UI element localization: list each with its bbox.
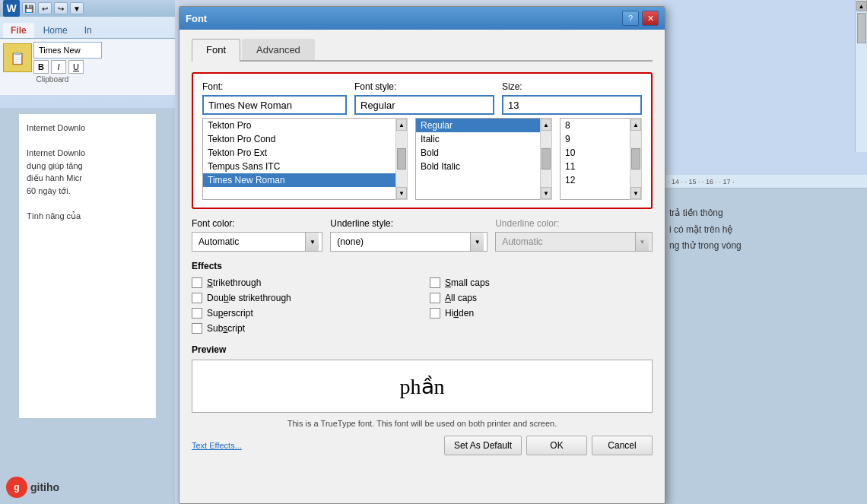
font-list-container: Tekton Pro Tekton Pro Cond Tekton Pro Ex… xyxy=(202,118,408,200)
close-button[interactable]: ✕ xyxy=(642,11,659,26)
size-scroll-thumb[interactable] xyxy=(631,148,640,170)
style-input[interactable] xyxy=(354,95,494,115)
word-ribbon: File Home In 📋 Times New B I U Clipboard xyxy=(0,17,175,108)
font-list[interactable]: Tekton Pro Tekton Pro Cond Tekton Pro Ex… xyxy=(202,118,408,200)
font-list-scrollbar[interactable]: ▲ ▼ xyxy=(395,118,408,200)
doc-line-1: Internet Downlo xyxy=(27,122,148,135)
superscript-checkbox[interactable]: Superscript xyxy=(192,308,414,319)
font-display[interactable]: Times New xyxy=(33,42,102,59)
style-scroll-thumb[interactable] xyxy=(541,148,551,170)
list-item[interactable]: Tekton Pro Cond xyxy=(203,132,407,146)
strikethrough-checkbox-box[interactable] xyxy=(192,277,202,288)
double-strikethrough-checkbox-box[interactable] xyxy=(192,293,202,303)
scroll-up-arrow[interactable]: ▲ xyxy=(856,1,867,11)
scroll-up-icon[interactable]: ▲ xyxy=(396,119,407,131)
strikethrough-label: Strikethrough xyxy=(207,277,261,288)
subscript-checkbox-box[interactable] xyxy=(192,323,202,334)
strikethrough-checkbox[interactable]: Strikethrough xyxy=(192,277,414,288)
doc-page: Internet Downlo Internet Downlo dụng giú… xyxy=(19,114,156,418)
bold-button[interactable]: B xyxy=(33,60,49,74)
right-scrollbar[interactable]: ▲ xyxy=(855,0,867,152)
right-line-2: i có mặt trên hệ xyxy=(669,222,859,239)
underline-button[interactable]: U xyxy=(68,60,84,74)
preview-text: phần xyxy=(400,374,445,399)
tab-insert[interactable]: In xyxy=(77,23,100,38)
style-scroll-down-icon[interactable]: ▼ xyxy=(541,187,551,199)
small-caps-checkbox[interactable]: Small caps xyxy=(430,277,653,288)
style-item-bold-italic[interactable]: Bold Italic xyxy=(416,160,551,173)
list-item-selected[interactable]: Times New Roman xyxy=(203,173,407,187)
dialog-controls: ? ✕ xyxy=(622,11,659,26)
style-list-scrollbar[interactable]: ▲ ▼ xyxy=(540,118,552,200)
size-list-scrollbar[interactable]: ▲ ▼ xyxy=(630,118,642,200)
scroll-thumb[interactable] xyxy=(397,148,406,170)
hidden-checkbox[interactable]: Hidden xyxy=(430,308,653,319)
paste-button[interactable]: 📋 xyxy=(3,43,32,72)
redo-button[interactable]: ↪ xyxy=(54,2,68,14)
red-highlight-section: Font: Font style: Size: Tekton Pro xyxy=(192,72,653,209)
lists-row: Tekton Pro Tekton Pro Cond Tekton Pro Ex… xyxy=(202,118,642,200)
cancel-button[interactable]: Cancel xyxy=(592,436,653,455)
font-dialog: Font ? ✕ Font Advanced Font: Font style: xyxy=(179,6,665,504)
list-item[interactable]: Tempus Sans ITC xyxy=(203,160,407,173)
all-caps-checkbox[interactable]: All caps xyxy=(430,293,653,303)
underline-color-label: Underline color: xyxy=(495,218,653,229)
preview-note: This is a TrueType font. This font will … xyxy=(192,419,653,428)
superscript-checkbox-box[interactable] xyxy=(192,308,202,319)
text-effects-link[interactable]: Text Effects... xyxy=(192,441,242,450)
tab-font[interactable]: Font xyxy=(192,39,240,62)
effects-label: Effects xyxy=(192,261,653,271)
font-color-arrow-icon[interactable]: ▼ xyxy=(305,233,319,251)
underline-color-select[interactable]: Automatic ▼ xyxy=(495,232,653,252)
right-line-3: ng thử trong vòng xyxy=(669,238,859,255)
help-button[interactable]: ? xyxy=(622,11,639,26)
undo-button[interactable]: ↩ xyxy=(38,2,52,14)
all-caps-checkbox-box[interactable] xyxy=(430,293,440,303)
style-item-bold[interactable]: Bold xyxy=(416,146,551,160)
subscript-label: Subscript xyxy=(207,323,245,334)
right-text-area: trả tiền thông i có mặt trên hệ ng thử t… xyxy=(669,205,859,255)
fields-row: Font: Font style: Size: xyxy=(202,81,642,115)
tab-file[interactable]: File xyxy=(3,23,34,38)
preview-box: phần xyxy=(192,360,653,413)
font-color-select[interactable]: Automatic ▼ xyxy=(192,232,322,252)
italic-button[interactable]: I xyxy=(51,60,66,74)
list-item[interactable]: Tekton Pro xyxy=(203,119,407,132)
tab-advanced[interactable]: Advanced xyxy=(242,39,315,60)
preview-label: Preview xyxy=(192,344,653,355)
double-strikethrough-checkbox[interactable]: Double strikethrough xyxy=(192,293,414,303)
size-input[interactable] xyxy=(502,95,642,115)
more-button[interactable]: ▼ xyxy=(70,2,84,14)
scroll-thumb[interactable] xyxy=(857,13,866,43)
right-ruler: · 14 · · 15 · · 16 · · 17 · xyxy=(662,175,867,189)
ribbon-content: 📋 Times New B I U Clipboard xyxy=(0,38,175,95)
scroll-down-icon[interactable]: ▼ xyxy=(396,187,407,199)
underline-color-arrow-icon[interactable]: ▼ xyxy=(635,233,649,251)
hidden-checkbox-box[interactable] xyxy=(430,308,440,319)
subscript-checkbox[interactable]: Subscript xyxy=(192,323,414,334)
list-item[interactable]: Tekton Pro Ext xyxy=(203,146,407,160)
doc-line-3: dụng giúp tăng xyxy=(27,160,148,173)
style-list[interactable]: Regular Italic Bold Bold Italic xyxy=(415,118,552,200)
size-scroll-down-icon[interactable]: ▼ xyxy=(630,187,641,199)
size-scroll-up-icon[interactable]: ▲ xyxy=(630,119,641,131)
style-item-italic[interactable]: Italic xyxy=(416,132,551,146)
set-default-button[interactable]: Set As Default xyxy=(444,436,522,455)
style-item-regular[interactable]: Regular xyxy=(416,119,551,132)
ribbon-tabs: File Home In xyxy=(0,17,175,38)
underline-style-arrow-icon[interactable]: ▼ xyxy=(470,233,484,251)
word-right-panel: ▲ · 14 · · 15 · · 16 · · 17 · trả tiền t… xyxy=(662,0,867,504)
ok-button[interactable]: OK xyxy=(526,436,587,455)
right-top-panel: ▲ xyxy=(662,0,867,175)
underline-style-select[interactable]: (none) ▼ xyxy=(330,232,487,252)
tab-home[interactable]: Home xyxy=(36,23,75,38)
right-line-1: trả tiền thông xyxy=(669,205,859,222)
save-button[interactable]: 💾 xyxy=(22,2,36,14)
word-logo: W xyxy=(3,0,20,17)
doc-line-5: 60 ngày tới. xyxy=(27,185,148,198)
small-caps-checkbox-box[interactable] xyxy=(430,277,440,288)
font-color-value: Automatic xyxy=(198,236,239,247)
style-scroll-up-icon[interactable]: ▲ xyxy=(541,119,551,131)
font-input[interactable] xyxy=(202,95,347,115)
dialog-titlebar: Font ? ✕ xyxy=(179,7,665,30)
